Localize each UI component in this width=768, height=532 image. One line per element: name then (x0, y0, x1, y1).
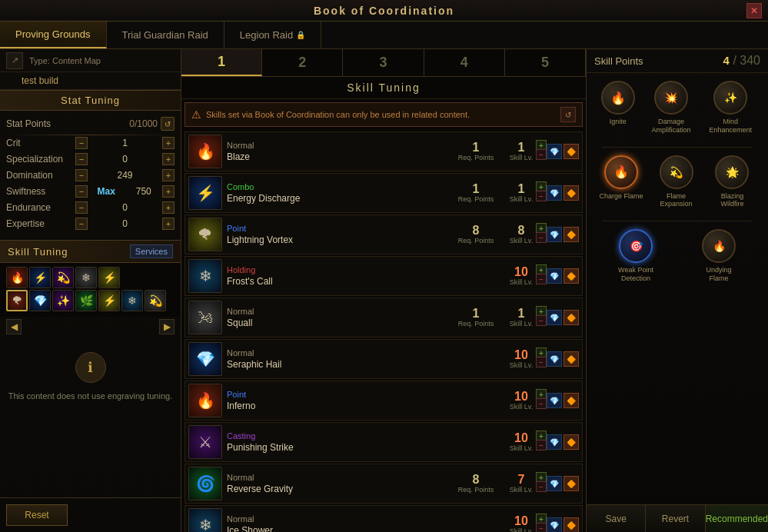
close-button[interactable]: ✕ (746, 3, 762, 18)
skill-lv-val-8: 7 (518, 474, 525, 486)
skill-lv-val-6: 10 (514, 391, 528, 403)
skill-icon-10[interactable]: ❄ (121, 290, 143, 311)
mind-enhance-orb: ✨ (713, 81, 747, 115)
gem-orange-6[interactable]: 🔶 (564, 393, 579, 408)
tree-node-ignite[interactable]: 🔥 Ignite (601, 81, 635, 135)
swift-minus[interactable]: − (75, 185, 88, 198)
req-points-val-4: 1 (473, 308, 480, 320)
skill-lv-minus-0[interactable]: − (536, 149, 547, 160)
recommended-button[interactable]: Recommended (706, 505, 768, 532)
skill-tab-4[interactable]: 4 (424, 49, 505, 76)
tree-node-flame-expansion[interactable]: 💫 Flame Expansion (653, 155, 700, 209)
skill-icon-9[interactable]: ⚡ (98, 290, 120, 311)
skill-thumb-1: ⚡ (188, 176, 222, 210)
skill-lv-minus-8[interactable]: − (536, 481, 547, 492)
skill-icon-11[interactable]: 💫 (145, 290, 166, 311)
warning-refresh-button[interactable]: ↺ (560, 107, 576, 122)
endur-plus[interactable]: + (162, 201, 175, 214)
reset-button[interactable]: Reset (6, 504, 68, 526)
expert-plus[interactable]: + (162, 218, 175, 230)
spec-label: Specialization (6, 154, 75, 165)
nav-prev-button[interactable]: ◀ (6, 319, 22, 334)
gem-blue-9[interactable]: 💎 (547, 517, 562, 532)
skill-gems-9: 💎 🔶 (547, 517, 579, 532)
refresh-button[interactable]: ↺ (161, 117, 175, 131)
gem-orange-7[interactable]: 🔶 (564, 434, 579, 450)
skill-lv-minus-4[interactable]: − (536, 315, 547, 326)
save-button[interactable]: Save (587, 505, 646, 532)
damage-amp-label: Damage Amplification (648, 118, 694, 135)
skill-list-item-5: 💎 Normal Seraphic Hail + 10 Skill Lv. − … (185, 339, 583, 379)
gem-orange-5[interactable]: 🔶 (564, 351, 579, 367)
expand-icon[interactable]: ↗ (6, 52, 23, 69)
req-points-val-1: 1 (473, 183, 480, 195)
skill-icon-1[interactable]: ⚡ (29, 267, 51, 288)
skill-lv-minus-6[interactable]: − (536, 398, 547, 409)
skill-tab-2[interactable]: 2 (262, 49, 343, 76)
skill-lv-minus-2[interactable]: − (536, 232, 547, 243)
tab-legion-raid[interactable]: Legion Raid 🔒 (224, 22, 321, 48)
gem-blue-8[interactable]: 💎 (547, 476, 562, 491)
gem-blue-4[interactable]: 💎 (547, 310, 562, 325)
dom-plus[interactable]: + (162, 169, 175, 181)
skill-tab-1[interactable]: 1 (181, 49, 262, 76)
skill-list-item-9: ❄ Normal Ice Shower + 10 Skill Lv. − 💎 🔶 (185, 505, 583, 532)
skill-icon-2[interactable]: 💫 (52, 267, 74, 288)
mind-enhance-icon: ✨ (724, 91, 737, 104)
skill-type-1: Combo (227, 182, 453, 191)
tree-node-charge-flame[interactable]: 🔥 Charge Flame (599, 155, 643, 209)
dom-minus[interactable]: − (75, 169, 88, 181)
skill-lv-minus-9[interactable]: − (536, 523, 547, 532)
expert-value: 0 (88, 218, 162, 229)
tree-node-blazing-wildfire[interactable]: 🌟 Blazing Wildfire (709, 155, 755, 209)
gem-blue-2[interactable]: 💎 (547, 227, 562, 242)
gem-orange-1[interactable]: 🔶 (564, 185, 579, 201)
services-button[interactable]: Services (130, 244, 173, 258)
skill-lv-minus-1[interactable]: − (536, 191, 547, 201)
endur-minus[interactable]: − (75, 201, 88, 214)
gem-orange-2[interactable]: 🔶 (564, 227, 579, 242)
gem-orange-4[interactable]: 🔶 (564, 310, 579, 325)
tree-node-damage-amp[interactable]: 💥 Damage Amplification (648, 81, 694, 135)
skill-lv-minus-7[interactable]: − (536, 440, 547, 451)
gem-orange-9[interactable]: 🔶 (564, 517, 579, 532)
stat-specialization: Specialization − 0 + (6, 153, 175, 165)
tab-trial-guardian-raid[interactable]: Trial Guardian Raid (107, 22, 224, 48)
weak-point-orb: 🎯 (619, 229, 653, 263)
gem-orange-3[interactable]: 🔶 (564, 268, 579, 284)
skill-icon-6[interactable]: 💎 (29, 290, 51, 311)
gem-blue-3[interactable]: 💎 (547, 268, 562, 284)
skill-icon-4[interactable]: ⚡ (98, 267, 120, 288)
gem-blue-5[interactable]: 💎 (547, 351, 562, 367)
tab-proving-grounds[interactable]: Proving Grounds (0, 22, 107, 48)
skill-lv-minus-5[interactable]: − (536, 357, 547, 367)
gem-orange-8[interactable]: 🔶 (564, 476, 579, 491)
gem-blue-0[interactable]: 💎 (547, 144, 562, 159)
swift-plus[interactable]: + (162, 185, 175, 198)
skill-icon-0[interactable]: 🔥 (6, 267, 28, 288)
crit-minus[interactable]: − (75, 137, 88, 149)
nav-next-button[interactable]: ▶ (159, 319, 175, 334)
skill-tab-3[interactable]: 3 (343, 49, 424, 76)
stat-domination: Domination − 249 + (6, 169, 175, 181)
skill-icon-7[interactable]: ✨ (52, 290, 74, 311)
crit-plus[interactable]: + (162, 137, 175, 149)
spec-plus[interactable]: + (162, 153, 175, 165)
tree-node-mind-enhance[interactable]: ✨ Mind Enhancement (707, 81, 753, 135)
expert-minus[interactable]: − (75, 218, 88, 230)
tree-node-weak-point[interactable]: 🎯 Weak Point Detection (613, 229, 659, 283)
gem-blue-6[interactable]: 💎 (547, 393, 562, 408)
spec-minus[interactable]: − (75, 153, 88, 165)
skill-icon-8[interactable]: 🌿 (75, 290, 97, 311)
skill-lv-area-2: + 8 Skill Lv. − (502, 224, 540, 244)
skill-icon-3[interactable]: ❄ (75, 267, 97, 288)
tree-node-undying-flame[interactable]: 🔥 Undying Flame (696, 229, 742, 283)
revert-button[interactable]: Revert (646, 505, 705, 532)
gem-blue-7[interactable]: 💎 (547, 434, 562, 450)
gem-blue-1[interactable]: 💎 (547, 185, 562, 201)
skill-lv-minus-3[interactable]: − (536, 274, 547, 284)
skill-tab-5[interactable]: 5 (505, 49, 586, 76)
skill-info-5: Normal Seraphic Hail (227, 348, 502, 370)
skill-icon-5[interactable]: 🌪 (6, 290, 28, 311)
gem-orange-0[interactable]: 🔶 (564, 144, 579, 159)
